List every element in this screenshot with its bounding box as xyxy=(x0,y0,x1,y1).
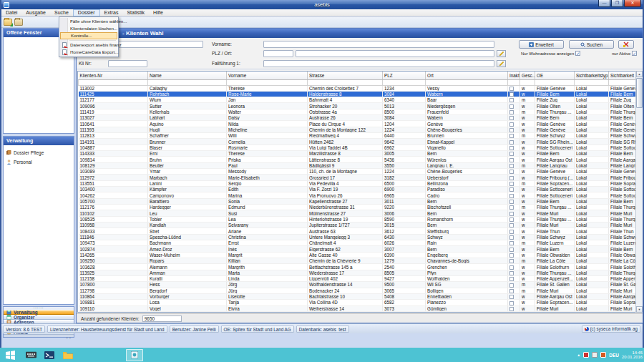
inaktiv-checkbox[interactable] xyxy=(509,158,514,162)
table-row[interactable]: 102874Amez-DrozInèsEigerstrasse 623007Be… xyxy=(79,246,637,252)
inaktiv-checkbox[interactable] xyxy=(509,98,514,102)
menu-item-homecaredata-export[interactable]: HomeCareData Export... xyxy=(60,49,117,56)
filter-cell-geschlecht[interactable] xyxy=(520,79,535,85)
cell-inaktiv[interactable] xyxy=(508,240,520,246)
clock[interactable]: 14:45 20.01.2016 xyxy=(622,351,643,360)
cell-inaktiv[interactable] xyxy=(508,127,520,132)
minimize-button[interactable]: — xyxy=(598,0,610,7)
cell-inaktiv[interactable] xyxy=(508,91,520,97)
table-row[interactable]: 103400KämpferEdithVia F. Zorzi 196900Par… xyxy=(79,187,637,192)
filter-cell-name[interactable] xyxy=(148,79,227,85)
inaktiv-checkbox[interactable] xyxy=(509,87,514,91)
cell-inaktiv[interactable] xyxy=(508,270,520,275)
inaktiv-checkbox[interactable] xyxy=(509,152,514,156)
inaktiv-checkbox[interactable] xyxy=(509,182,514,186)
cell-inaktiv[interactable] xyxy=(508,145,520,150)
inaktiv-checkbox[interactable] xyxy=(509,128,514,132)
menu-item-faelle-ohne-klienten[interactable]: Fälle ohne Klienten wählen... xyxy=(60,18,117,25)
table-row[interactable]: 114333ErniThereseMarzilistrasse 83005Ber… xyxy=(79,151,637,157)
table-row[interactable]: 113002CallaghyThérèseChemin des Croisett… xyxy=(79,85,637,91)
tray-icon-2[interactable] xyxy=(592,352,597,358)
table-row[interactable]: 114265Waser-MuheimMargritAlte Gasse 4063… xyxy=(79,252,637,258)
cell-inaktiv[interactable] xyxy=(508,133,520,139)
filter-cell-plz[interactable] xyxy=(383,79,426,85)
start-button[interactable] xyxy=(0,348,20,362)
fallfuehrung-input[interactable] xyxy=(263,60,494,67)
inaktiv-checkbox[interactable] xyxy=(509,307,514,311)
inaktiv-checkbox[interactable] xyxy=(509,295,514,299)
table-row[interactable]: 109250RoparsKillianChemin de la Chèvreri… xyxy=(79,258,637,264)
cell-inaktiv[interactable] xyxy=(508,169,520,175)
table-row[interactable]: 107800HessJörgWolfhaldenstrasse 149500Wi… xyxy=(79,282,637,288)
ort-lookup-button[interactable] xyxy=(497,50,506,57)
inaktiv-checkbox[interactable] xyxy=(509,212,514,216)
aktive-checkbox[interactable]: nur Aktive ✓ xyxy=(612,51,637,56)
table-row[interactable]: 111393HugliMichelineChemin de la Montagn… xyxy=(79,127,637,132)
cell-inaktiv[interactable] xyxy=(508,293,520,299)
table-row[interactable]: 109096SutterLeonoraStrohacker 205013Nied… xyxy=(79,103,637,109)
inaktiv-checkbox[interactable] xyxy=(509,110,514,114)
table-row[interactable]: 111846Spescha-LüöndChristinaUntere Mange… xyxy=(79,234,637,240)
scroll-up-arrow[interactable]: ▲ xyxy=(636,71,643,77)
close-button[interactable]: ✕ xyxy=(624,0,641,7)
nav-overflow-chevron[interactable]: ⌄⌄ xyxy=(4,335,74,339)
cell-inaktiv[interactable] xyxy=(508,162,520,168)
cell-inaktiv[interactable] xyxy=(508,85,520,91)
inaktiv-checkbox[interactable] xyxy=(509,170,514,174)
cell-inaktiv[interactable] xyxy=(508,288,520,293)
column-header-klienten-nr[interactable]: Klienten-Nr xyxy=(79,72,148,79)
taskbar-powershell-icon[interactable] xyxy=(42,349,57,361)
cell-inaktiv[interactable] xyxy=(508,228,520,234)
menu-item-datenexport[interactable]: Datenexport asebis finanz xyxy=(60,41,117,49)
vorname-input[interactable] xyxy=(263,41,494,48)
cell-inaktiv[interactable] xyxy=(508,198,520,204)
cell-inaktiv[interactable] xyxy=(508,151,520,157)
cell-inaktiv[interactable] xyxy=(508,258,520,264)
table-row[interactable]: 110958KandiahSelvaranyJupiterstrasse 1/7… xyxy=(79,222,637,228)
cell-inaktiv[interactable] xyxy=(508,115,520,121)
nav-verwaltung[interactable]: Verwaltung xyxy=(4,310,74,315)
cell-inaktiv[interactable] xyxy=(508,180,520,186)
table-row[interactable]: 111419KellerhalsWalterOststrasse 4a8500F… xyxy=(79,109,637,114)
table-row[interactable]: 108991DenierRolfBürgenstockstrasse 7a637… xyxy=(79,311,637,313)
inaktiv-checkbox[interactable] xyxy=(509,187,514,192)
inaktiv-checkbox[interactable] xyxy=(509,146,514,150)
table-scrollbar[interactable]: ▲ ▼ xyxy=(635,71,642,313)
table-row[interactable]: 112176HardeggerEdmundNiederbürenstrasse … xyxy=(79,205,637,210)
filter-cell-strasse[interactable] xyxy=(308,79,383,85)
table-row[interactable]: 112177WiumJanBahnmatt 46340BaarmFiliale … xyxy=(79,97,637,103)
filter-cell-inaktiv[interactable] xyxy=(508,79,520,85)
cell-inaktiv[interactable] xyxy=(508,305,520,311)
table-row[interactable]: 113027LabhartDaisyAustrasse 263084Wabern… xyxy=(79,115,637,121)
table-row[interactable]: 111425RohrbachRose-MarieHaldenstrasse 83… xyxy=(79,91,637,97)
cell-inaktiv[interactable] xyxy=(508,210,520,216)
cell-inaktiv[interactable] xyxy=(508,97,520,103)
taskbar-asebis-button[interactable] xyxy=(126,349,143,361)
table-row[interactable]: 110102LeuSusiMülinenstrasse 273006BernwF… xyxy=(79,210,637,216)
table-row[interactable]: 108535ToblerLeaHinterlohstrasse 198590Ro… xyxy=(79,216,637,222)
table-row[interactable]: 110864VorburgerLiselotteBachtalstrasse 1… xyxy=(79,293,637,299)
inaktiv-checkbox[interactable] xyxy=(509,277,514,281)
inaktiv-checkbox[interactable] xyxy=(509,205,514,210)
column-header-sichtbarkeit[interactable]: Sichtbarkeit xyxy=(609,72,637,79)
column-header-geschlecht[interactable]: Gesc... xyxy=(520,72,535,79)
aktive-checkbox-box[interactable]: ✓ xyxy=(632,51,637,56)
scroll-down-arrow[interactable]: ▼ xyxy=(636,306,643,313)
cell-inaktiv[interactable] xyxy=(508,300,520,305)
inaktiv-checkbox[interactable] xyxy=(509,134,514,138)
filter-cell-klienten-nr[interactable] xyxy=(79,79,148,85)
inaktiv-checkbox[interactable] xyxy=(509,230,514,234)
cell-inaktiv[interactable] xyxy=(508,139,520,145)
language-indicator[interactable]: DEU xyxy=(609,353,619,358)
table-row[interactable]: 108433StretArianeAustrasse 633612Steffis… xyxy=(79,228,637,234)
scroll-thumb[interactable] xyxy=(636,78,643,108)
inaktiv-checkbox[interactable] xyxy=(509,104,514,109)
menu-dossier[interactable]: Dossier xyxy=(73,9,100,16)
column-header-sichtbarkeitstyp[interactable]: Sichtbarkeitstyp xyxy=(575,72,609,79)
cell-inaktiv[interactable] xyxy=(508,109,520,114)
cell-inaktiv[interactable] xyxy=(508,222,520,228)
inaktiv-checkbox[interactable] xyxy=(509,122,514,127)
menu-datei[interactable]: Datei xyxy=(1,9,21,16)
column-header-ort[interactable]: Ort xyxy=(426,72,508,79)
inaktiv-checkbox[interactable] xyxy=(509,301,514,305)
